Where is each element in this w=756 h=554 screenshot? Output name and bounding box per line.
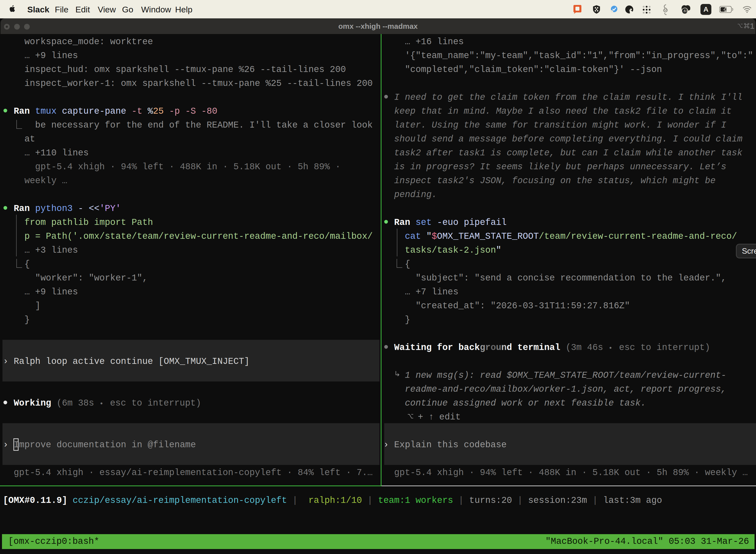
svg-text:..61: ..61 <box>682 9 688 13</box>
